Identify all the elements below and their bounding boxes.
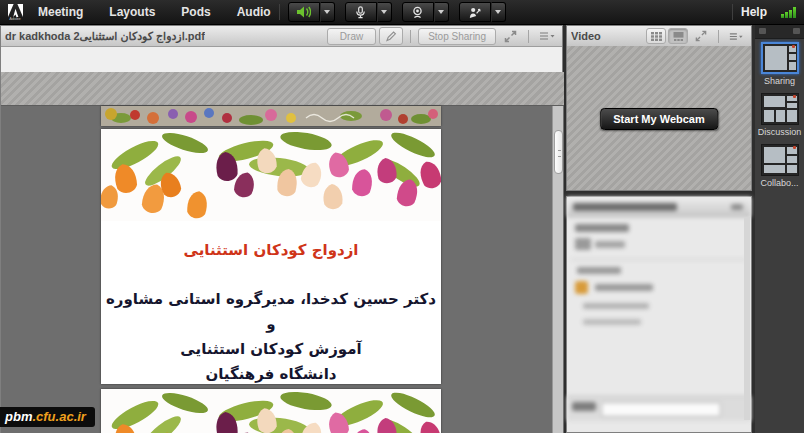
microphone-icon: [354, 6, 367, 19]
layout-label-sharing: Sharing: [764, 76, 795, 86]
scrollbar-thumb[interactable]: [554, 130, 563, 174]
webcam-dropdown-button[interactable]: [434, 2, 449, 22]
start-webcam-button[interactable]: Start My Webcam: [600, 108, 718, 130]
connection-signal-icon[interactable]: [781, 7, 796, 18]
pointer-tool-button[interactable]: [379, 27, 403, 45]
share-pod-title: dr kadkhoda ازدواج کودکان استثنایی2.pdf: [5, 30, 205, 43]
video-pod-title: Video: [571, 30, 601, 42]
slide-title: ازدواج کودکان استثنایی: [101, 241, 441, 259]
menu-items: Meeting Layouts Pods Audio: [38, 5, 271, 19]
slide-previous-partial: [101, 106, 441, 126]
pod-menu-icon: [539, 31, 555, 41]
webcam-control: [402, 2, 449, 22]
menu-audio[interactable]: Audio: [237, 5, 271, 19]
set-status-button[interactable]: [459, 2, 491, 22]
stop-sharing-button[interactable]: Stop Sharing: [418, 28, 496, 45]
toolbar-separator: [528, 30, 529, 43]
document-scrollbar[interactable]: [552, 106, 563, 433]
tulip-banner-image: [101, 129, 441, 221]
discussion-layout-thumbnail[interactable]: [761, 93, 799, 125]
pod-menu-icon: [729, 32, 743, 41]
video-pod: Video: [566, 25, 752, 191]
watermark-prefix: pbm: [5, 409, 32, 424]
toolbar-separator: [718, 30, 719, 43]
chevron-down-icon: [381, 10, 387, 14]
raise-hand-status-icon: [468, 6, 482, 19]
floral-border-image: [101, 106, 441, 126]
video-pod-toolbar: [646, 28, 747, 44]
video-pod-body: Start My Webcam: [567, 46, 751, 190]
collaboration-layout-thumbnail[interactable]: [761, 144, 799, 176]
layouts-sidebar-header: [755, 25, 804, 39]
speaker-control: [288, 2, 335, 22]
share-pod: dr kadkhoda ازدواج کودکان استثنایی2.pdf …: [0, 25, 563, 433]
adobe-logo-label: Adobe: [9, 17, 21, 21]
slide-next-partial: [101, 389, 441, 433]
filmstrip-view-icon: [673, 32, 684, 41]
layout-label-collaboration: Collabo...: [760, 178, 798, 188]
slide-body-line2: آموزش کودکان استثنایی: [101, 337, 441, 362]
layouts-add-icon[interactable]: [793, 28, 800, 34]
speaker-button[interactable]: [288, 2, 320, 22]
pod-options-button[interactable]: [536, 28, 558, 44]
slide-body-line3: دانشگاه فرهنگیان: [101, 362, 441, 384]
help-menu[interactable]: Help: [741, 5, 767, 19]
video-pod-header: Video: [567, 26, 751, 47]
menu-meeting[interactable]: Meeting: [38, 5, 83, 19]
draw-button[interactable]: Draw: [327, 28, 376, 45]
toolbar-separator: [410, 30, 411, 43]
layout-item-collaboration[interactable]: Collabo...: [755, 144, 804, 188]
speaker-dropdown-button[interactable]: [320, 2, 335, 22]
fullscreen-icon: [504, 30, 517, 43]
menu-layouts[interactable]: Layouts: [109, 5, 155, 19]
site-watermark: pbm.cfu.ac.ir: [0, 407, 95, 427]
status-dropdown-button[interactable]: [491, 2, 506, 22]
layouts-menu-icon[interactable]: [759, 28, 766, 34]
webcam-icon: [411, 6, 424, 19]
share-pod-header: dr kadkhoda ازدواج کودکان استثنایی2.pdf …: [1, 26, 562, 47]
slide-body: دکتر حسین کدخدا، مدیرگروه استانی مشاوره …: [101, 287, 441, 384]
watermark-suffix: .cfu.ac.ir: [32, 409, 85, 424]
chevron-down-icon: [495, 10, 501, 14]
top-menubar: Adobe Meeting Layouts Pods Audio: [0, 0, 804, 25]
sharing-layout-thumbnail[interactable]: [761, 42, 799, 74]
layout-label-discussion: Discussion: [758, 127, 802, 137]
attendees-pod-header: [567, 197, 751, 217]
chat-input-blurred[interactable]: [601, 402, 721, 417]
scrollbar-grip: [558, 150, 561, 157]
layout-item-sharing[interactable]: Sharing: [755, 42, 804, 86]
microphone-control: [345, 2, 392, 22]
microphone-dropdown-button[interactable]: [377, 2, 392, 22]
menu-pods[interactable]: Pods: [181, 5, 210, 19]
chevron-down-icon: [438, 10, 444, 14]
menubar-separator: [732, 4, 733, 20]
webcam-button[interactable]: [402, 2, 434, 22]
fullscreen-icon: [695, 30, 707, 42]
pen-icon: [385, 30, 397, 42]
attendee-avatar: [575, 281, 588, 294]
fullscreen-button[interactable]: [499, 28, 521, 44]
attendees-scrollbar[interactable]: [744, 217, 750, 420]
filmstrip-view-button[interactable]: [668, 28, 688, 44]
layouts-sidebar: Sharing Discussion Collabo...: [755, 25, 804, 433]
attendees-pod-blurred: [566, 196, 752, 433]
share-pod-toolbar: Draw Stop Sharing: [327, 27, 558, 45]
chevron-down-icon: [324, 10, 330, 14]
tulip-banner-image: [101, 389, 441, 433]
layout-item-discussion[interactable]: Discussion: [755, 93, 804, 137]
attendees-pod-content-blurred: [567, 197, 751, 432]
video-fullscreen-button[interactable]: [690, 28, 712, 44]
grid-view-button[interactable]: [646, 28, 666, 44]
share-pod-background: [1, 72, 564, 106]
share-document-viewport[interactable]: ازدواج کودکان استثنایی دکتر حسین کدخدا، …: [1, 72, 564, 433]
menubar-separator: [279, 4, 280, 20]
adobe-logo-icon: [8, 4, 23, 17]
video-pod-options-button[interactable]: [725, 28, 747, 44]
slide-body-line1: دکتر حسین کدخدا، مدیرگروه استانی مشاوره …: [101, 287, 441, 337]
microphone-button[interactable]: [345, 2, 377, 22]
speaker-icon: [296, 6, 311, 18]
adobe-logo: Adobe: [0, 0, 30, 24]
slide-current: ازدواج کودکان استثنایی دکتر حسین کدخدا، …: [101, 129, 441, 384]
menubar-right: Help: [724, 4, 804, 20]
status-control: [459, 2, 506, 22]
